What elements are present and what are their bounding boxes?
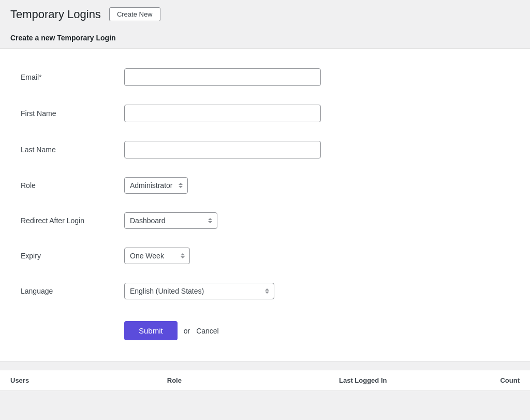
language-select[interactable]: English (United States)English (UK)Spani… <box>124 283 274 299</box>
language-row: Language English (United States)English … <box>10 273 514 309</box>
email-input[interactable] <box>124 68 321 86</box>
role-row: Role AdministratorEditorAuthorContributo… <box>10 168 514 203</box>
first-name-row: First Name <box>10 95 514 132</box>
last-name-input[interactable] <box>124 141 321 158</box>
table-col-role: Role <box>167 376 285 384</box>
role-select[interactable]: AdministratorEditorAuthorContributorSubs… <box>124 177 188 194</box>
role-label: Role <box>10 181 124 190</box>
role-field-wrapper: AdministratorEditorAuthorContributorSubs… <box>124 177 321 194</box>
cancel-separator: or <box>184 327 190 335</box>
last-name-row: Last Name <box>10 132 514 168</box>
expiry-field-wrapper: One HourOne DayOne WeekTwo WeeksOne Mont… <box>124 248 321 264</box>
language-field-wrapper: English (United States)English (UK)Spani… <box>124 283 321 299</box>
language-label: Language <box>10 287 124 295</box>
first-name-field-wrapper <box>124 105 321 122</box>
redirect-label: Redirect After Login <box>10 216 124 225</box>
form-actions: Submit or Cancel <box>10 309 514 345</box>
last-name-label: Last Name <box>10 146 124 154</box>
expiry-row: Expiry One HourOne DayOne WeekTwo WeeksO… <box>10 238 514 273</box>
first-name-input[interactable] <box>124 105 321 122</box>
submit-button[interactable]: Submit <box>124 321 178 340</box>
redirect-select[interactable]: DashboardProfileHome <box>124 212 217 229</box>
table-col-users: Users <box>10 376 167 384</box>
expiry-label: Expiry <box>10 252 124 260</box>
expiry-select[interactable]: One HourOne DayOne WeekTwo WeeksOne Mont… <box>124 248 190 264</box>
redirect-field-wrapper: DashboardProfileHome <box>124 212 321 229</box>
email-field-wrapper <box>124 68 321 86</box>
first-name-label: First Name <box>10 109 124 118</box>
last-name-field-wrapper <box>124 141 321 158</box>
email-row: Email* <box>10 59 514 95</box>
redirect-row: Redirect After Login DashboardProfileHom… <box>10 203 514 238</box>
table-col-last-logged-in: Last Logged In <box>285 376 441 384</box>
cancel-link[interactable]: Cancel <box>196 327 219 335</box>
table-col-count: Count <box>441 376 520 384</box>
table-section: Users Role Last Logged In Count <box>0 370 530 391</box>
form-section-title: Create a new Temporary Login <box>0 28 530 48</box>
create-new-button[interactable]: Create New <box>109 7 160 21</box>
page-header: Temporary Logins Create New <box>0 0 530 28</box>
email-label: Email* <box>10 73 124 81</box>
form-card: Email* First Name Last Name Role Adminis… <box>0 48 530 361</box>
page-wrapper: Temporary Logins Create New Create a new… <box>0 0 530 391</box>
table-header: Users Role Last Logged In Count <box>0 370 530 391</box>
page-title: Temporary Logins <box>10 8 101 21</box>
